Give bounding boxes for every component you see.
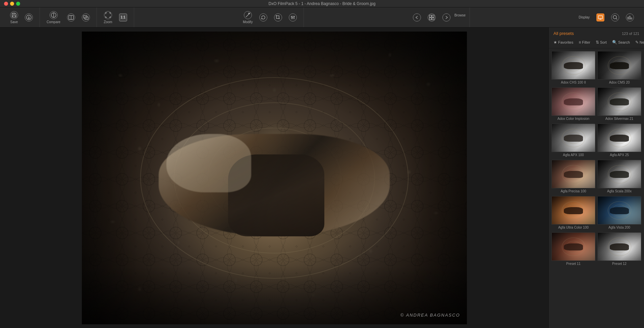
compare-button[interactable]: Compare: [44, 10, 63, 25]
display-label-text: Display: [576, 14, 592, 20]
preset-label: Preset 11: [551, 261, 595, 267]
preset-label: Agfa APX 25: [597, 152, 641, 158]
preset-label: Agfa APX 100: [551, 152, 595, 158]
save-label: Save: [10, 20, 18, 24]
new-label: New: [640, 40, 644, 44]
preset-thumbnail: [551, 196, 595, 225]
display-zoom-button[interactable]: [608, 12, 622, 23]
compare-overlay-button[interactable]: [79, 12, 93, 23]
preset-label: Agfa Vista 200: [597, 225, 641, 230]
close-button[interactable]: [4, 2, 8, 6]
modify-button[interactable]: Modify: [240, 10, 255, 25]
compare-group: Compare: [40, 7, 97, 27]
compare-split-button[interactable]: [64, 12, 78, 23]
sort-icon: ⇅: [596, 40, 599, 45]
preset-thumbnail: [551, 51, 595, 80]
wedding-photo: © Andrea Bagnasco: [82, 32, 467, 324]
photo-container: © Andrea Bagnasco: [82, 32, 467, 324]
preset-item[interactable]: Adox Color Implosion: [551, 87, 595, 122]
browse-back-button[interactable]: [410, 12, 424, 23]
preset-item[interactable]: Preset 12: [597, 232, 641, 267]
display-histogram-icon: [626, 13, 634, 21]
preset-item[interactable]: Agfa Ultra Color 100: [551, 196, 595, 230]
preset-thumbnail: [597, 87, 641, 116]
thumb-vignette: [598, 233, 641, 261]
thumb-vignette: [552, 196, 595, 224]
preset-label: Agfa Scala 200x: [597, 188, 641, 194]
modify-icon: [244, 11, 252, 19]
zoom-1to1-icon: 1:1: [119, 13, 127, 21]
preset-item[interactable]: Adox CHS 100 II: [551, 51, 595, 85]
zoom-fit-icon: [104, 11, 112, 19]
main-content: © Andrea Bagnasco All presets 123 of 121…: [0, 28, 644, 328]
sort-button[interactable]: ⇅ Sort: [594, 39, 608, 45]
thumb-vignette: [552, 160, 595, 188]
browse-grid-button[interactable]: [425, 12, 438, 23]
filter-label: Filter: [582, 40, 590, 44]
display-histogram-button[interactable]: [623, 12, 637, 23]
preset-thumbnail: [597, 124, 641, 152]
zoom-group: Zoom 1:1: [97, 7, 134, 27]
svg-point-19: [613, 15, 616, 19]
svg-rect-14: [429, 15, 431, 17]
preset-thumbnail: [551, 87, 595, 116]
preset-item[interactable]: Preset 11: [551, 232, 595, 267]
watermark: © Andrea Bagnasco: [400, 313, 460, 318]
compare-split-icon: [67, 13, 75, 21]
presets-toolbar: ★ Favorites ≡ Filter ⇅ Sort 🔍 Search ✎ N…: [549, 38, 644, 48]
thumb-vignette: [598, 124, 641, 152]
preset-item[interactable]: Agfa APX 100: [551, 124, 595, 158]
save-button[interactable]: Save: [7, 10, 21, 25]
preset-thumbnail: [597, 160, 641, 188]
preset-item[interactable]: Agfa Scala 200x: [597, 160, 641, 194]
preset-item[interactable]: Agfa APX 25: [597, 124, 641, 158]
crop-button[interactable]: [271, 12, 285, 23]
preset-label: Agfa Precisa 100: [551, 188, 595, 194]
preset-label: Adox Silvermax 21: [597, 116, 641, 122]
filter-button[interactable]: ≡ Filter: [577, 39, 591, 45]
preset-label: Adox Color Implosion: [551, 116, 595, 122]
adjust-button[interactable]: [286, 12, 300, 23]
compare-label: Compare: [47, 20, 60, 24]
search-button[interactable]: 🔍 Search: [611, 39, 631, 45]
preset-label: Adox CHS 100 II: [551, 80, 595, 85]
display-monitor-button[interactable]: [594, 12, 607, 23]
preset-label: Adox CMS 20: [597, 80, 641, 85]
new-preset-button[interactable]: ✎ New: [634, 39, 644, 45]
zoom-1to1-label: 1:1: [120, 15, 125, 19]
svg-rect-15: [432, 15, 434, 17]
search-icon: 🔍: [612, 40, 617, 45]
presets-title: All presets: [553, 31, 574, 36]
presets-panel: All presets 123 of 121 ★ Favorites ≡ Fil…: [548, 28, 644, 328]
zoom-label: Zoom: [104, 20, 112, 24]
presets-header: All presets 123 of 121: [549, 28, 644, 38]
zoom-fit-button[interactable]: Zoom: [101, 10, 115, 25]
compare-icon: [50, 11, 58, 19]
adjust-icon: [289, 13, 297, 21]
zoom-1to1-button[interactable]: 1:1: [116, 12, 130, 23]
preset-thumbnail: [597, 232, 641, 261]
export-button[interactable]: [22, 12, 36, 23]
preset-label: Preset 12: [597, 261, 641, 267]
compare-overlay-icon: [82, 13, 90, 21]
thumb-vignette: [552, 124, 595, 152]
svg-rect-16: [429, 18, 431, 20]
modify-group: Modify: [236, 7, 304, 27]
preset-item[interactable]: Adox CMS 20: [597, 51, 641, 85]
favorites-button[interactable]: ★ Favorites: [552, 39, 575, 45]
preset-item[interactable]: Agfa Vista 200: [597, 196, 641, 230]
preset-item[interactable]: Adox Silvermax 21: [597, 87, 641, 122]
preset-thumbnail: [597, 196, 641, 225]
preset-label: Agfa Ultra Color 100: [551, 225, 595, 230]
preset-thumbnail: [551, 124, 595, 152]
rotate-icon: [259, 13, 267, 21]
presets-grid: Adox CHS 100 II Adox CMS 20: [549, 48, 644, 328]
preset-thumbnail: [551, 160, 595, 188]
preset-item[interactable]: Agfa Precisa 100: [551, 160, 595, 194]
traffic-lights: [4, 2, 20, 6]
rotate-button[interactable]: [257, 12, 270, 23]
minimize-button[interactable]: [10, 2, 14, 6]
maximize-button[interactable]: [16, 2, 20, 6]
browse-forward-button[interactable]: [440, 12, 453, 23]
star-icon: ★: [553, 40, 557, 45]
